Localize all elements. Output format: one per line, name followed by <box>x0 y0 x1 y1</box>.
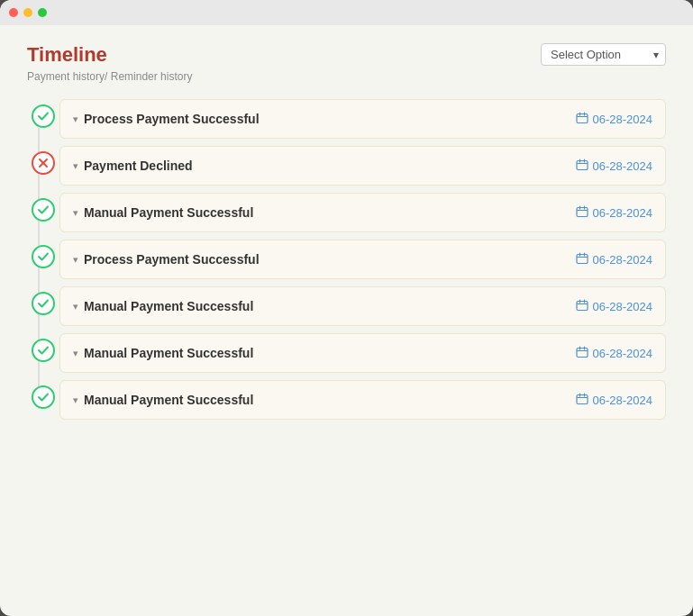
timeline-card[interactable]: ▾Payment Declined 06-28-2024 <box>59 146 666 186</box>
timeline-card[interactable]: ▾Process Payment Successful 06-28-2024 <box>59 240 666 279</box>
icon-col <box>27 380 59 409</box>
card-title: Manual Payment Successful <box>84 346 253 360</box>
card-date: 06-28-2024 <box>576 159 653 174</box>
chevron-down-icon[interactable]: ▾ <box>73 301 78 313</box>
timeline: ▾Process Payment Successful 06-28-2024 ▾… <box>27 99 666 427</box>
success-icon <box>32 385 55 409</box>
calendar-icon <box>576 112 588 127</box>
card-title: Process Payment Successful <box>84 252 260 267</box>
subtitle: Payment history/ Reminder history <box>27 70 666 83</box>
timeline-item-5: ▾Manual Payment Successful 06-28-2024 <box>27 286 666 326</box>
svg-rect-0 <box>577 113 588 122</box>
timeline-row: ▾Manual Payment Successful 06-28-2024 <box>27 380 666 420</box>
card-date: 06-28-2024 <box>576 299 653 314</box>
calendar-icon <box>576 159 588 174</box>
calendar-icon <box>576 252 588 267</box>
date-text: 06-28-2024 <box>593 300 653 313</box>
success-icon <box>32 339 55 362</box>
svg-rect-26 <box>577 394 588 403</box>
timeline-item-4: ▾Process Payment Successful 06-28-2024 <box>27 240 666 279</box>
timeline-card[interactable]: ▾Manual Payment Successful 06-28-2024 <box>59 380 666 420</box>
reminder-history-link[interactable]: Reminder history <box>111 70 193 83</box>
select-wrapper: Select OptionPayment historyReminder his… <box>541 43 666 66</box>
timeline-item-1: ▾Process Payment Successful 06-28-2024 <box>27 99 666 139</box>
date-text: 06-28-2024 <box>593 206 653 220</box>
success-icon <box>32 104 55 128</box>
card-title: Manual Payment Successful <box>84 205 253 220</box>
svg-rect-10 <box>577 207 588 216</box>
card-left: ▾Manual Payment Successful <box>73 393 253 407</box>
date-text: 06-28-2024 <box>593 253 653 267</box>
timeline-card[interactable]: ▾Process Payment Successful 06-28-2024 <box>59 99 666 139</box>
chevron-down-icon[interactable]: ▾ <box>73 160 78 172</box>
success-icon <box>32 245 55 268</box>
card-date: 06-28-2024 <box>576 252 653 267</box>
icon-col <box>27 286 59 315</box>
chevron-down-icon[interactable]: ▾ <box>73 348 78 359</box>
minimize-dot[interactable] <box>23 8 32 17</box>
timeline-card[interactable]: ▾Manual Payment Successful 06-28-2024 <box>59 333 666 373</box>
timeline-item-3: ▾Manual Payment Successful 06-28-2024 <box>27 193 666 232</box>
icon-col <box>27 240 59 268</box>
success-icon <box>32 292 55 315</box>
timeline-card[interactable]: ▾Manual Payment Successful 06-28-2024 <box>59 193 666 232</box>
chevron-down-icon[interactable]: ▾ <box>73 207 78 219</box>
page-title: Timeline <box>27 43 107 67</box>
timeline-row: ▾Process Payment Successful 06-28-2024 <box>27 99 666 139</box>
timeline-item-7: ▾Manual Payment Successful 06-28-2024 <box>27 380 666 420</box>
card-left: ▾Manual Payment Successful <box>73 346 253 360</box>
timeline-item-2: ▾Payment Declined 06-28-2024 <box>27 146 666 186</box>
titlebar <box>0 0 693 25</box>
close-dot[interactable] <box>9 8 18 17</box>
card-left: ▾Manual Payment Successful <box>73 205 253 220</box>
card-left: ▾Process Payment Successful <box>73 112 260 126</box>
payment-history-link[interactable]: Payment history <box>27 70 105 83</box>
card-date: 06-28-2024 <box>576 112 653 127</box>
timeline-row: ▾Manual Payment Successful 06-28-2024 <box>27 333 666 373</box>
timeline-item-6: ▾Manual Payment Successful 06-28-2024 <box>27 333 666 373</box>
card-title: Manual Payment Successful <box>84 299 253 313</box>
main-window: Timeline Select OptionPayment historyRem… <box>0 0 693 616</box>
card-date: 06-28-2024 <box>576 205 653 221</box>
maximize-dot[interactable] <box>38 8 47 17</box>
timeline-card[interactable]: ▾Manual Payment Successful 06-28-2024 <box>59 286 666 326</box>
calendar-icon <box>576 346 588 361</box>
timeline-row: ▾Manual Payment Successful 06-28-2024 <box>27 193 666 232</box>
svg-rect-14 <box>577 254 588 263</box>
svg-rect-18 <box>577 301 588 310</box>
card-title: Process Payment Successful <box>84 112 260 126</box>
date-text: 06-28-2024 <box>593 394 653 407</box>
icon-col <box>27 146 59 175</box>
card-title: Payment Declined <box>84 159 193 173</box>
card-left: ▾Process Payment Successful <box>73 252 260 267</box>
chevron-down-icon[interactable]: ▾ <box>73 113 78 125</box>
date-text: 06-28-2024 <box>593 113 653 126</box>
icon-col <box>27 193 59 222</box>
timeline-row: ▾Payment Declined 06-28-2024 <box>27 146 666 186</box>
svg-rect-6 <box>577 160 588 169</box>
chevron-down-icon[interactable]: ▾ <box>73 394 78 406</box>
timeline-row: ▾Manual Payment Successful 06-28-2024 <box>27 286 666 326</box>
svg-rect-22 <box>577 348 588 357</box>
card-date: 06-28-2024 <box>576 393 653 408</box>
card-left: ▾Manual Payment Successful <box>73 299 253 313</box>
chevron-down-icon[interactable]: ▾ <box>73 254 78 266</box>
calendar-icon <box>576 205 588 221</box>
card-left: ▾Payment Declined <box>73 159 193 173</box>
date-text: 06-28-2024 <box>593 159 653 173</box>
error-icon <box>32 151 55 175</box>
icon-col <box>27 333 59 362</box>
card-title: Manual Payment Successful <box>84 393 253 407</box>
date-text: 06-28-2024 <box>593 347 653 360</box>
icon-col <box>27 99 59 128</box>
calendar-icon <box>576 299 588 314</box>
calendar-icon <box>576 393 588 408</box>
success-icon <box>32 198 55 222</box>
filter-select[interactable]: Select OptionPayment historyReminder his… <box>541 43 666 66</box>
card-date: 06-28-2024 <box>576 346 653 361</box>
timeline-row: ▾Process Payment Successful 06-28-2024 <box>27 240 666 279</box>
header-row: Timeline Select OptionPayment historyRem… <box>27 43 666 67</box>
page-content: Timeline Select OptionPayment historyRem… <box>0 25 693 616</box>
